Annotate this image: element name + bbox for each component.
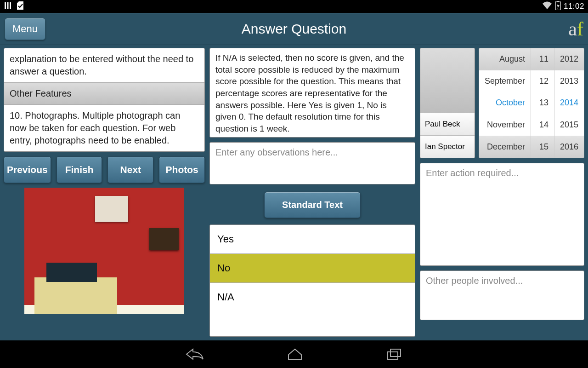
section-header: Other Features bbox=[4, 82, 204, 105]
people-item[interactable]: Paul Beck bbox=[420, 113, 475, 135]
day-option[interactable]: 11 bbox=[531, 48, 554, 70]
answer-spacer bbox=[210, 311, 415, 337]
page-title: Answer Question bbox=[242, 21, 346, 37]
wifi-icon bbox=[542, 1, 552, 12]
year-option[interactable]: 2012 bbox=[554, 48, 584, 70]
back-icon[interactable] bbox=[186, 348, 204, 361]
photo-thumbnail[interactable] bbox=[24, 188, 184, 314]
people-list[interactable]: Paul Beck Ian Spector bbox=[420, 48, 475, 158]
content-area: explanation to be entered without the ne… bbox=[0, 45, 588, 340]
year-selected[interactable]: 2014 bbox=[554, 92, 584, 114]
finish-button[interactable]: Finish bbox=[57, 156, 102, 183]
title-bar: Menu Answer Question af bbox=[0, 13, 588, 45]
svg-rect-1 bbox=[7, 2, 9, 9]
svg-rect-5 bbox=[388, 352, 398, 359]
answer-yes[interactable]: Yes bbox=[210, 225, 415, 253]
month-option[interactable]: December bbox=[479, 136, 531, 158]
day-option[interactable]: 12 bbox=[531, 70, 554, 92]
people-item[interactable]: Ian Spector bbox=[420, 135, 475, 158]
month-option[interactable]: September bbox=[479, 70, 531, 92]
svg-rect-6 bbox=[390, 349, 401, 356]
android-status-bar: 11:02 bbox=[0, 0, 588, 13]
right-column: Paul Beck Ian Spector August September O… bbox=[420, 48, 584, 337]
year-option[interactable]: 2013 bbox=[554, 70, 584, 92]
action-required-input[interactable]: Enter action required... bbox=[420, 163, 584, 266]
people-spacer bbox=[420, 48, 475, 113]
question-info: If N/A is selected, then no score is giv… bbox=[209, 48, 415, 138]
month-selected[interactable]: October bbox=[479, 92, 531, 114]
year-option[interactable]: 2015 bbox=[554, 114, 584, 136]
left-column: explanation to be entered without the ne… bbox=[4, 48, 205, 337]
recent-apps-icon[interactable] bbox=[386, 348, 402, 361]
svg-rect-2 bbox=[10, 2, 11, 9]
answer-na[interactable]: N/A bbox=[210, 282, 415, 311]
year-option[interactable]: 2016 bbox=[554, 136, 584, 158]
question-truncated-text: explanation to be entered without the ne… bbox=[4, 48, 204, 82]
day-selected[interactable]: 13 bbox=[531, 92, 554, 114]
photos-button[interactable]: Photos bbox=[159, 156, 205, 183]
brand-logo: af bbox=[568, 19, 583, 39]
day-option[interactable]: 15 bbox=[531, 136, 554, 158]
middle-column: If N/A is selected, then no score is giv… bbox=[209, 48, 415, 337]
month-option[interactable]: August bbox=[479, 48, 531, 70]
month-option[interactable]: November bbox=[479, 114, 531, 136]
answer-list: Yes No N/A bbox=[209, 224, 415, 337]
home-icon[interactable] bbox=[287, 348, 303, 361]
android-nav-bar bbox=[0, 340, 588, 368]
battery-icon bbox=[555, 1, 561, 12]
standard-text-button[interactable]: Standard Text bbox=[264, 192, 361, 218]
notification-icon bbox=[4, 1, 12, 12]
date-picker[interactable]: August September October November Decemb… bbox=[479, 48, 584, 158]
answer-no[interactable]: No bbox=[210, 253, 415, 282]
nav-buttons: Previous Finish Next Photos bbox=[4, 156, 205, 183]
question-body: 10. Photographs. Multiple photograph can… bbox=[4, 105, 204, 151]
question-panel: explanation to be entered without the ne… bbox=[4, 48, 205, 152]
clock: 11:02 bbox=[564, 2, 584, 11]
previous-button[interactable]: Previous bbox=[4, 156, 51, 183]
next-button[interactable]: Next bbox=[107, 156, 153, 183]
day-option[interactable]: 14 bbox=[531, 114, 554, 136]
checklist-icon bbox=[16, 1, 25, 12]
other-people-input[interactable]: Other people involved... bbox=[420, 270, 584, 320]
observations-input[interactable]: Enter any observations here... bbox=[209, 142, 415, 184]
menu-button[interactable]: Menu bbox=[5, 18, 45, 40]
svg-rect-0 bbox=[5, 2, 6, 9]
